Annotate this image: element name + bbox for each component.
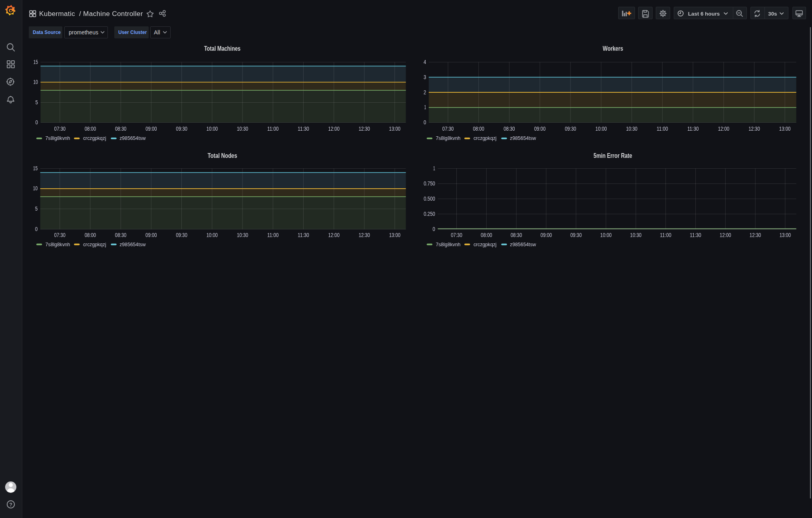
svg-text:10: 10 bbox=[33, 185, 38, 191]
svg-text:09:30: 09:30 bbox=[176, 125, 187, 132]
svg-text:09:30: 09:30 bbox=[570, 231, 582, 238]
svg-text:07:30: 07:30 bbox=[451, 231, 462, 238]
svg-text:z985654tsw: z985654tsw bbox=[119, 135, 146, 141]
svg-text:11:30: 11:30 bbox=[298, 125, 309, 132]
svg-text:08:30: 08:30 bbox=[115, 231, 127, 238]
svg-text:0.250: 0.250 bbox=[424, 210, 435, 217]
svg-text:12:30: 12:30 bbox=[750, 231, 761, 238]
svg-text:08:30: 08:30 bbox=[115, 125, 127, 132]
svg-text:12:00: 12:00 bbox=[720, 231, 731, 238]
svg-text:7s8lg8kvnh: 7s8lg8kvnh bbox=[436, 241, 460, 247]
svg-text:15: 15 bbox=[34, 58, 38, 65]
svg-text:10:30: 10:30 bbox=[237, 125, 249, 132]
svg-text:7s8lg8kvnh: 7s8lg8kvnh bbox=[436, 135, 460, 141]
svg-text:10:30: 10:30 bbox=[237, 231, 249, 238]
svg-text:11:00: 11:00 bbox=[267, 231, 279, 238]
svg-text:09:00: 09:00 bbox=[145, 125, 157, 132]
svg-text:7s8lg8kvnh: 7s8lg8kvnh bbox=[46, 135, 70, 141]
svg-text:08:30: 08:30 bbox=[511, 231, 522, 238]
svg-text:z985654tsw: z985654tsw bbox=[119, 241, 146, 247]
svg-text:Total Machines: Total Machines bbox=[204, 45, 241, 52]
svg-text:07:30: 07:30 bbox=[54, 125, 66, 132]
svg-text:09:30: 09:30 bbox=[565, 125, 576, 132]
svg-text:0: 0 bbox=[35, 225, 38, 232]
svg-text:15: 15 bbox=[33, 165, 38, 171]
svg-text:5min Error Rate: 5min Error Rate bbox=[593, 152, 632, 159]
svg-text:10:30: 10:30 bbox=[630, 231, 642, 238]
svg-text:09:00: 09:00 bbox=[541, 231, 552, 238]
svg-text:13:00: 13:00 bbox=[780, 231, 791, 238]
svg-text:10:00: 10:00 bbox=[207, 125, 218, 132]
svg-text:10:00: 10:00 bbox=[595, 125, 607, 132]
svg-text:4: 4 bbox=[424, 58, 426, 65]
svg-text:?: ? bbox=[9, 502, 12, 508]
svg-text:13:00: 13:00 bbox=[389, 231, 401, 238]
svg-text:5: 5 bbox=[36, 99, 38, 106]
svg-text:Workers: Workers bbox=[603, 45, 623, 52]
svg-text:0.750: 0.750 bbox=[424, 180, 435, 187]
svg-text:crczgpkqzj: crczgpkqzj bbox=[83, 241, 106, 247]
svg-text:0.500: 0.500 bbox=[424, 195, 435, 202]
svg-text:10: 10 bbox=[33, 78, 38, 85]
svg-text:Total Nodes: Total Nodes bbox=[208, 152, 237, 159]
svg-text:07:30: 07:30 bbox=[442, 125, 454, 132]
svg-text:11:30: 11:30 bbox=[687, 125, 699, 132]
svg-text:09:30: 09:30 bbox=[176, 231, 187, 238]
svg-text:11:30: 11:30 bbox=[298, 231, 309, 238]
svg-text:3: 3 bbox=[424, 74, 426, 80]
svg-text:11:00: 11:00 bbox=[267, 125, 279, 132]
svg-text:7s8lg8kvnh: 7s8lg8kvnh bbox=[46, 241, 70, 247]
svg-text:crczgpkqzj: crczgpkqzj bbox=[474, 241, 497, 247]
svg-text:1: 1 bbox=[433, 165, 435, 171]
svg-text:crczgpkqzj: crczgpkqzj bbox=[474, 135, 497, 141]
svg-text:12:00: 12:00 bbox=[328, 231, 340, 238]
svg-text:09:00: 09:00 bbox=[145, 231, 157, 238]
svg-text:08:00: 08:00 bbox=[481, 231, 492, 238]
svg-text:12:30: 12:30 bbox=[358, 125, 370, 132]
svg-text:2: 2 bbox=[424, 89, 426, 96]
svg-text:10:00: 10:00 bbox=[600, 231, 612, 238]
svg-text:08:00: 08:00 bbox=[85, 231, 96, 238]
svg-text:0: 0 bbox=[424, 119, 426, 126]
svg-text:08:30: 08:30 bbox=[504, 125, 515, 132]
svg-text:z985654tsw: z985654tsw bbox=[510, 241, 536, 247]
svg-text:13:00: 13:00 bbox=[389, 125, 401, 132]
svg-text:08:00: 08:00 bbox=[85, 125, 96, 132]
svg-text:10:30: 10:30 bbox=[626, 125, 638, 132]
svg-text:z985654tsw: z985654tsw bbox=[510, 135, 536, 141]
svg-text:11:00: 11:00 bbox=[657, 125, 668, 132]
svg-text:08:00: 08:00 bbox=[473, 125, 484, 132]
svg-text:10:00: 10:00 bbox=[206, 231, 218, 238]
svg-text:5: 5 bbox=[35, 205, 38, 212]
svg-text:09:00: 09:00 bbox=[534, 125, 546, 132]
svg-text:12:00: 12:00 bbox=[328, 125, 340, 132]
svg-text:0: 0 bbox=[433, 225, 436, 232]
svg-text:13:00: 13:00 bbox=[779, 125, 791, 132]
svg-text:1: 1 bbox=[424, 104, 426, 110]
svg-text:12:00: 12:00 bbox=[718, 125, 730, 132]
svg-text:11:30: 11:30 bbox=[690, 231, 701, 238]
svg-text:11:00: 11:00 bbox=[660, 231, 672, 238]
svg-text:0: 0 bbox=[36, 119, 38, 126]
svg-text:crczgpkqzj: crczgpkqzj bbox=[83, 135, 106, 141]
svg-text:12:30: 12:30 bbox=[748, 125, 760, 132]
svg-text:12:30: 12:30 bbox=[358, 231, 370, 238]
svg-text:07:30: 07:30 bbox=[54, 231, 66, 238]
